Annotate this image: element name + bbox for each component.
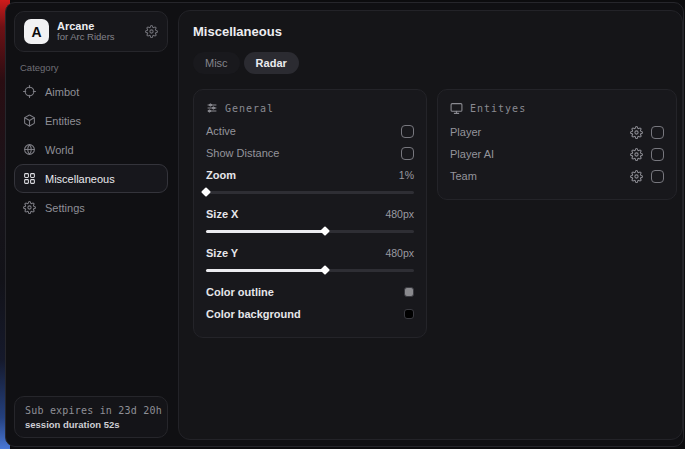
slider-value: 1%: [399, 169, 414, 181]
checkbox[interactable]: [651, 170, 664, 183]
tab-bar: MiscRadar: [193, 52, 677, 74]
slider-thumb[interactable]: [320, 265, 330, 275]
slider-thumb[interactable]: [320, 226, 330, 236]
entity-row: Player: [450, 121, 664, 143]
sidebar-item-world[interactable]: World: [14, 135, 168, 164]
card-entityes: Entityes Player Player AI Team: [437, 89, 677, 200]
grid-icon: [23, 172, 36, 185]
row-label: Player: [450, 126, 481, 138]
slider-track[interactable]: [206, 230, 414, 233]
tab-radar[interactable]: Radar: [244, 52, 299, 74]
sub-expiry-text: Sub expires in 23d 20h: [25, 405, 157, 416]
entity-row: Player AI: [450, 143, 664, 165]
slider-value: 480px: [385, 247, 414, 259]
slider-row: Size X 480px: [206, 203, 414, 236]
sidebar-nav: Aimbot Entities World Miscellaneous Sett…: [6, 77, 176, 222]
app-logo: A: [24, 19, 49, 44]
slider-row: Zoom 1%: [206, 164, 414, 197]
card-general: General Active Show Distance Zoom 1% Siz…: [193, 89, 427, 338]
row-label: Color background: [206, 308, 301, 320]
checkbox[interactable]: [651, 148, 664, 161]
row-label: Active: [206, 125, 236, 137]
app-window: A Arcane for Arc Riders Category Aimbot …: [5, 2, 684, 447]
sliders-icon: [206, 102, 218, 114]
checkbox-row: Active: [206, 120, 414, 142]
gear-icon[interactable]: [630, 170, 643, 183]
sidebar: A Arcane for Arc Riders Category Aimbot …: [6, 3, 176, 446]
color-swatch[interactable]: [404, 309, 414, 319]
row-label: Player AI: [450, 148, 494, 160]
crosshair-icon: [23, 85, 36, 98]
row-label: Show Distance: [206, 147, 279, 159]
checkbox[interactable]: [401, 147, 414, 160]
sidebar-item-settings[interactable]: Settings: [14, 193, 168, 222]
gear-icon: [23, 201, 36, 214]
subscription-box: Sub expires in 23d 20h session duration …: [14, 396, 168, 438]
color-row: Color background: [206, 303, 414, 325]
checkbox[interactable]: [401, 125, 414, 138]
checkbox[interactable]: [651, 126, 664, 139]
color-row: Color outline: [206, 281, 414, 303]
row-label: Size X: [206, 208, 238, 220]
app-subtitle: for Arc Riders: [57, 32, 137, 43]
slider-track[interactable]: [206, 269, 414, 272]
brand-box: A Arcane for Arc Riders: [14, 11, 168, 52]
row-label: Color outline: [206, 286, 274, 298]
monitor-icon: [450, 102, 463, 115]
sidebar-item-aimbot[interactable]: Aimbot: [14, 77, 168, 106]
gear-icon[interactable]: [145, 25, 158, 38]
color-swatch[interactable]: [404, 287, 414, 297]
cube-icon: [23, 114, 36, 127]
sidebar-item-miscellaneous[interactable]: Miscellaneous: [14, 164, 168, 193]
checkbox-row: Show Distance: [206, 142, 414, 164]
entity-row: Team: [450, 165, 664, 187]
category-label: Category: [20, 62, 162, 73]
sidebar-item-entities[interactable]: Entities: [14, 106, 168, 135]
tab-misc[interactable]: Misc: [193, 52, 240, 74]
slider-thumb[interactable]: [201, 187, 211, 197]
page-title: Miscellaneous: [193, 24, 677, 39]
row-label: Team: [450, 170, 477, 182]
card-title: Entityes: [470, 103, 526, 114]
slider-value: 480px: [385, 208, 414, 220]
card-title: General: [225, 103, 274, 114]
row-label: Zoom: [206, 169, 236, 181]
globe-icon: [23, 143, 36, 156]
cards-container: General Active Show Distance Zoom 1% Siz…: [193, 89, 677, 338]
gear-icon[interactable]: [630, 126, 643, 139]
slider-row: Size Y 480px: [206, 242, 414, 275]
main-panel: Miscellaneous MiscRadar General Active S…: [178, 10, 683, 440]
session-duration-text: session duration 52s: [25, 419, 157, 430]
row-label: Size Y: [206, 247, 238, 259]
gear-icon[interactable]: [630, 148, 643, 161]
slider-track[interactable]: [206, 191, 414, 194]
